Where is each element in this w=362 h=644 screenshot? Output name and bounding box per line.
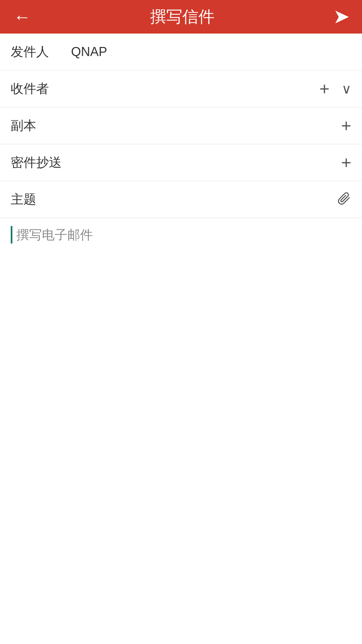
bcc-actions: + (341, 154, 351, 171)
compose-form: 发件人 QNAP 收件者 + ∨ 副本 + 密件抄送 + 主题 (0, 34, 362, 218)
cc-add-button[interactable]: + (341, 117, 351, 135)
cc-row[interactable]: 副本 + (0, 107, 362, 144)
to-add-button[interactable]: + (319, 80, 329, 98)
cc-input[interactable] (64, 118, 341, 133)
bcc-label: 密件抄送 (11, 154, 64, 171)
bcc-row[interactable]: 密件抄送 + (0, 144, 362, 181)
cc-label: 副本 (11, 117, 64, 134)
subject-input[interactable] (64, 192, 337, 207)
to-label: 收件者 (11, 80, 64, 97)
bcc-add-button[interactable]: + (341, 154, 351, 171)
to-expand-button[interactable]: ∨ (342, 82, 351, 96)
subject-row[interactable]: 主题 (0, 181, 362, 218)
send-button[interactable]: ➤ (334, 7, 349, 27)
attachment-button[interactable] (337, 191, 351, 208)
subject-label: 主题 (11, 191, 64, 208)
from-label: 发件人 (11, 43, 64, 60)
from-value: QNAP (64, 45, 351, 59)
back-button[interactable]: ← (13, 7, 31, 27)
cc-actions: + (341, 117, 351, 135)
email-body-section[interactable]: 撰写电子邮件 (0, 218, 362, 644)
page-title: 撰写信件 (150, 6, 215, 28)
subject-actions (337, 191, 351, 208)
from-row: 发件人 QNAP (0, 34, 362, 70)
bcc-input[interactable] (64, 155, 341, 170)
to-input[interactable] (64, 82, 319, 96)
to-actions: + ∨ (319, 80, 351, 98)
to-row[interactable]: 收件者 + ∨ (0, 70, 362, 107)
header: ← 撰写信件 ➤ (0, 0, 362, 34)
